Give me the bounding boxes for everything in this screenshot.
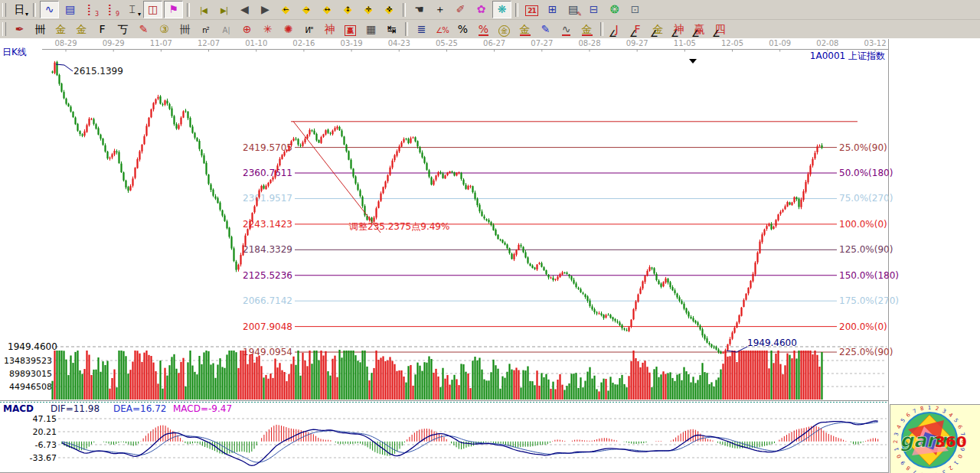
cycle-circle-icon[interactable]: ③ bbox=[155, 21, 174, 38]
candle-body bbox=[279, 158, 280, 165]
ying-box-icon[interactable]: 赢 bbox=[341, 21, 360, 38]
candle-body bbox=[295, 139, 296, 139]
volume-bar bbox=[113, 370, 115, 400]
diamond-right-icon[interactable]: ◆→ bbox=[297, 1, 316, 18]
volume-bar bbox=[270, 374, 271, 400]
colored-chart-icon[interactable]: ⚑ bbox=[164, 1, 183, 18]
hand-tool-icon[interactable]: ☚ bbox=[410, 1, 429, 18]
volume-bar bbox=[309, 351, 310, 400]
web-grid-icon[interactable]: ✺ bbox=[279, 21, 298, 38]
gold-angle-icon[interactable]: 金∠ bbox=[648, 21, 668, 38]
logo-digit: 7 bbox=[912, 408, 918, 415]
volume-bar bbox=[559, 374, 560, 400]
calculator-icon[interactable]: ⊞ bbox=[543, 1, 562, 18]
star-grid-icon[interactable]: ✳ bbox=[258, 21, 277, 38]
candle-style-icon[interactable]: ⌶▾ bbox=[122, 1, 142, 18]
wave-mark-icon[interactable]: И" bbox=[299, 21, 318, 38]
percent-slash-icon[interactable]: ∠% bbox=[433, 21, 452, 38]
volume-bar bbox=[573, 374, 574, 400]
wave-channel-icon[interactable]: ∿ bbox=[557, 21, 576, 38]
f-angle-icon[interactable]: F∠ bbox=[628, 21, 647, 38]
candle-body bbox=[421, 152, 423, 157]
gold-ratio2-icon[interactable]: 金 bbox=[72, 21, 91, 38]
gold-circle-icon[interactable]: 金 bbox=[495, 21, 514, 38]
volume-bar bbox=[414, 374, 416, 400]
last-page-icon[interactable]: ▶| bbox=[214, 1, 234, 18]
candle-body bbox=[132, 178, 133, 185]
candle-body bbox=[518, 245, 519, 250]
flower-tool-icon[interactable]: ✿ bbox=[472, 1, 491, 18]
comb-icon[interactable]: 卌 bbox=[175, 21, 194, 38]
x-axis-label: 01-10 bbox=[245, 39, 267, 47]
eraser-tool-icon[interactable]: ✐ bbox=[451, 1, 470, 18]
diamond-lr-icon[interactable]: ◆↔ bbox=[318, 1, 337, 18]
gann-grid-icon[interactable]: 卌 bbox=[31, 21, 50, 38]
candle-body bbox=[655, 274, 657, 280]
next-icon[interactable]: ▶ bbox=[256, 1, 275, 18]
logo-digit: 0 bbox=[896, 453, 903, 459]
grid-123-icon[interactable]: ▦ bbox=[361, 21, 381, 38]
first-page-icon[interactable]: |◀ bbox=[194, 1, 213, 18]
volume-bar bbox=[635, 358, 636, 400]
gold-ratio-icon[interactable]: 金 bbox=[51, 21, 70, 38]
percent-icon[interactable]: % bbox=[453, 21, 472, 38]
notes-icon[interactable]: ▤✎ bbox=[564, 1, 583, 18]
ying-angle-icon[interactable]: 赢∠ bbox=[690, 21, 709, 38]
bars-9-icon[interactable]: ⡇9 bbox=[102, 1, 121, 18]
percent-line-icon[interactable]: % bbox=[474, 21, 493, 38]
volume-bar bbox=[501, 377, 503, 400]
target-circle-icon[interactable]: ⊕ bbox=[237, 21, 256, 38]
printer-icon[interactable]: ⊡ bbox=[626, 1, 645, 18]
volume-bar bbox=[373, 368, 374, 400]
gold-channel-icon[interactable]: 金 bbox=[577, 21, 596, 38]
span-arrows-icon[interactable]: ↹ bbox=[382, 21, 401, 38]
candle-body bbox=[311, 130, 312, 131]
diamond-expand-icon[interactable]: ◆✜ bbox=[380, 1, 399, 18]
volume-bar bbox=[694, 383, 696, 400]
volume-bar bbox=[534, 385, 535, 400]
candle-body bbox=[582, 293, 583, 294]
candle-body bbox=[189, 118, 191, 127]
save-icon[interactable]: ⊟ bbox=[584, 1, 603, 18]
hook-grid-icon[interactable]: 丂 bbox=[113, 21, 132, 38]
fib-grid-icon[interactable]: F bbox=[93, 21, 112, 38]
quote-board-icon[interactable]: ▤ bbox=[60, 1, 80, 18]
candle-body bbox=[768, 224, 769, 226]
bars-3-icon[interactable]: ⡇3 bbox=[81, 1, 100, 18]
gold-lines-icon[interactable]: 金 bbox=[515, 21, 534, 38]
shen-angle-icon[interactable]: 神∠ bbox=[669, 21, 688, 38]
candle-body bbox=[74, 117, 76, 124]
brain-tool-icon[interactable]: ❋ bbox=[492, 1, 511, 18]
n-square-icon[interactable]: n² bbox=[196, 21, 215, 38]
volume-bar bbox=[658, 377, 659, 400]
j-angle-icon[interactable]: J∠ bbox=[607, 21, 626, 38]
blue-pen-icon[interactable]: ✎ bbox=[536, 21, 555, 38]
volume-bar bbox=[297, 351, 299, 400]
diamond-left-icon[interactable]: ◆← bbox=[276, 1, 296, 18]
x-axis-label: 08-29 bbox=[54, 39, 77, 47]
diamond-cross-icon[interactable]: ◆✛ bbox=[359, 1, 378, 18]
crosshair-tool-icon[interactable]: ＋ bbox=[430, 1, 449, 18]
diamond-ud-icon[interactable]: ◆↕ bbox=[338, 1, 358, 18]
marker-pen-icon[interactable]: ✎ bbox=[134, 21, 153, 38]
candle-body bbox=[336, 126, 338, 129]
candle-body bbox=[272, 178, 273, 180]
gann-percent-label: 175.0%(270) bbox=[839, 295, 899, 306]
shen-grid-icon[interactable]: 神 bbox=[320, 21, 339, 38]
gann360-logo-panel: 1234567890123456789012345678gann360 bbox=[890, 404, 980, 473]
zigzag-chart-icon[interactable]: ∿ bbox=[40, 1, 59, 18]
period-selector[interactable]: 日▾ bbox=[10, 1, 29, 18]
volume-bar bbox=[770, 351, 772, 400]
candle-body bbox=[745, 294, 746, 300]
ladder-icon[interactable]: ≣ bbox=[412, 21, 431, 38]
web-settings-icon[interactable]: ❂ bbox=[605, 1, 624, 18]
volume-bar bbox=[251, 354, 253, 400]
volume-bar bbox=[430, 359, 432, 400]
volume-bar bbox=[102, 361, 103, 400]
prev-icon[interactable]: ◀ bbox=[235, 1, 254, 18]
knife-tool-icon[interactable]: ✒ bbox=[10, 21, 29, 38]
angle-ruler-icon[interactable]: A∣ bbox=[217, 21, 236, 38]
calendar-icon[interactable]: 21 bbox=[522, 1, 541, 18]
kline-board-icon[interactable]: ◫ bbox=[143, 1, 162, 18]
si-angle-icon[interactable]: 四∠ bbox=[710, 21, 730, 38]
